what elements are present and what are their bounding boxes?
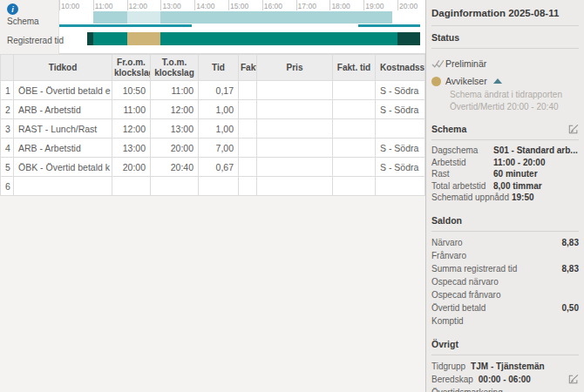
- hour-tick: [59, 0, 60, 10]
- saldo-label: Komptid: [431, 314, 464, 328]
- grid-cell-from[interactable]: 10:50: [112, 81, 151, 100]
- grid-cell-tidkod[interactable]: ÖBK - Övertid betald k ...: [14, 158, 112, 177]
- schema-accent-line: [59, 24, 192, 27]
- grid-cell-tidkod[interactable]: ARB - Arbetstid: [14, 100, 112, 119]
- saldo-value: 0,50: [562, 301, 579, 314]
- grid-cell-kostnad[interactable]: S - Södra: [376, 139, 425, 158]
- grid-cell-to[interactable]: [151, 177, 199, 196]
- grid-cell-tid[interactable]: 1,00: [199, 119, 239, 139]
- status-avvikelser[interactable]: Avvikelser: [431, 74, 579, 88]
- grid-cell-to[interactable]: 11:00: [151, 81, 199, 100]
- hour-tick-label: 15:00: [230, 2, 248, 10]
- table-row: 4ARB - Arbetstid13:0020:007,00S - Södra: [1, 139, 425, 158]
- status-note: Schema ändrat i tidrapporten: [450, 90, 579, 100]
- grid-cell-to[interactable]: 13:00: [151, 119, 199, 139]
- grid-cell-tid[interactable]: 1,00: [199, 100, 239, 119]
- grid-cell-kostnad[interactable]: S - Södra: [376, 81, 425, 100]
- saldo-label: Övertid betald: [431, 301, 486, 314]
- row-number-cell: 2: [1, 100, 14, 119]
- grid-cell-tid[interactable]: 0,17: [199, 81, 239, 100]
- grid-cell-fakt[interactable]: [239, 139, 257, 158]
- grid-cell-fakt_tid[interactable]: [333, 158, 376, 177]
- grid-cell-tid[interactable]: 0,67: [199, 158, 239, 177]
- schema-break-segment: [127, 11, 161, 24]
- schema-info-value: 60 minuter: [493, 168, 538, 180]
- grid-cell-pris[interactable]: [257, 100, 333, 119]
- edit-schema-icon[interactable]: [568, 124, 579, 134]
- hour-tick: [127, 0, 128, 10]
- grid-cell-kostnad[interactable]: S - Södra: [376, 100, 425, 119]
- registered-time-segment-break: [127, 32, 161, 45]
- row-number-cell: 6: [1, 177, 14, 196]
- info-icon[interactable]: i: [7, 3, 18, 15]
- grid-cell-to[interactable]: 12:00: [151, 100, 199, 119]
- hour-tick: [194, 0, 195, 10]
- timeline-axis: 10:0011:0012:0013:0014:0015:0016:0017:00…: [0, 0, 425, 54]
- panel-title: Daginformation 2025-08-11: [431, 0, 579, 26]
- schema-accent-line: [358, 24, 420, 27]
- hour-tick: [160, 0, 161, 10]
- grid-cell-fakt_tid[interactable]: [333, 119, 376, 139]
- hour-tick-label: 12:00: [129, 2, 147, 10]
- saldon-section: Närvaro8,83FrånvaroSumma registrerad tid…: [431, 232, 579, 333]
- edit-beredskap-icon[interactable]: [568, 374, 579, 384]
- grid-cell-to[interactable]: 20:00: [151, 139, 199, 158]
- grid-cell-pris[interactable]: [257, 139, 333, 158]
- grid-cell-fakt[interactable]: [239, 119, 257, 139]
- grid-cell-from[interactable]: 20:00: [112, 158, 151, 177]
- grid-cell-tidkod[interactable]: ÖBE - Övertid betald e ...: [14, 81, 112, 100]
- status-preliminar: Preliminär: [431, 57, 579, 71]
- grid-cell-fakt[interactable]: [239, 158, 257, 177]
- grid-cell-pris[interactable]: [257, 177, 333, 196]
- timeline: 10:0011:0012:0013:0014:0015:0016:0017:00…: [0, 0, 425, 54]
- grid-header-fakt: Fakt: [239, 55, 257, 81]
- grid-cell-from[interactable]: 12:00: [112, 119, 151, 139]
- grid-header-tidkod: Tidkod: [14, 55, 112, 81]
- schema-section: DagschemaS01 - Standard arb...Arbetstid1…: [431, 140, 579, 209]
- collapse-triangle-icon[interactable]: [493, 78, 502, 84]
- grid-empty-area: [0, 196, 425, 392]
- saldo-value: 8,83: [562, 262, 579, 275]
- grid-cell-from[interactable]: [112, 177, 151, 196]
- schema-info-row: Total arbetstid8,00 timmar: [431, 180, 579, 193]
- grid-cell-fakt_tid[interactable]: [333, 177, 376, 196]
- overtidsmarkering-label: Övertidsmarkering: [431, 386, 579, 392]
- grid-cell-tidkod[interactable]: ARB - Arbetstid: [14, 139, 112, 158]
- timeline-row-label-registered: Registrerad tid: [7, 36, 64, 45]
- grid-cell-kostnad[interactable]: [376, 177, 425, 196]
- grid-cell-from[interactable]: 11:00: [112, 100, 151, 119]
- grid-cell-fakt[interactable]: [239, 177, 257, 196]
- grid-header-pris: Pris: [257, 55, 333, 81]
- grid-header-tid: Tid: [199, 55, 239, 81]
- grid-cell-pris[interactable]: [257, 119, 333, 139]
- saldo-row: Komptid: [431, 314, 579, 328]
- grid-cell-kostnad[interactable]: S - Södra: [376, 158, 425, 177]
- hour-tick-label: 17:00: [298, 2, 316, 10]
- grid-cell-fakt[interactable]: [239, 100, 257, 119]
- saldo-row: Övertid betald0,50: [431, 301, 579, 314]
- grid-cell-fakt_tid[interactable]: [333, 81, 376, 100]
- grid-cell-pris[interactable]: [257, 81, 333, 100]
- saldo-label: Närvaro: [431, 236, 463, 249]
- hour-tick-label: 18:00: [331, 2, 350, 10]
- schema-info-label: Total arbetstid: [431, 180, 491, 193]
- grid-header-kostnad: Kostnadsst...: [376, 55, 425, 81]
- grid-cell-to[interactable]: 20:40: [151, 158, 199, 177]
- hour-tick: [363, 0, 364, 10]
- hour-tick-label: 13:00: [162, 2, 180, 10]
- tidgrupp-row: Tidgrupp TJM - Tjänstemän: [431, 360, 579, 373]
- grid-cell-pris[interactable]: [257, 158, 333, 177]
- hour-tick-label: 14:00: [196, 2, 214, 10]
- grid-cell-tidkod[interactable]: [14, 177, 112, 196]
- status-avvikelser-label: Avvikelser: [445, 76, 487, 86]
- grid-cell-from[interactable]: 13:00: [112, 139, 151, 158]
- grid-cell-fakt[interactable]: [239, 81, 257, 100]
- saldo-value: 8,83: [562, 236, 579, 249]
- grid-cell-tidkod[interactable]: RAST - Lunch/Rast: [14, 119, 112, 139]
- grid-cell-tid[interactable]: [199, 177, 239, 196]
- grid-cell-fakt_tid[interactable]: [333, 139, 376, 158]
- grid-cell-kostnad[interactable]: [376, 119, 425, 139]
- schema-info-value: 8,00 timmar: [493, 180, 542, 193]
- grid-cell-tid[interactable]: 7,00: [199, 139, 239, 158]
- grid-cell-fakt_tid[interactable]: [333, 100, 376, 119]
